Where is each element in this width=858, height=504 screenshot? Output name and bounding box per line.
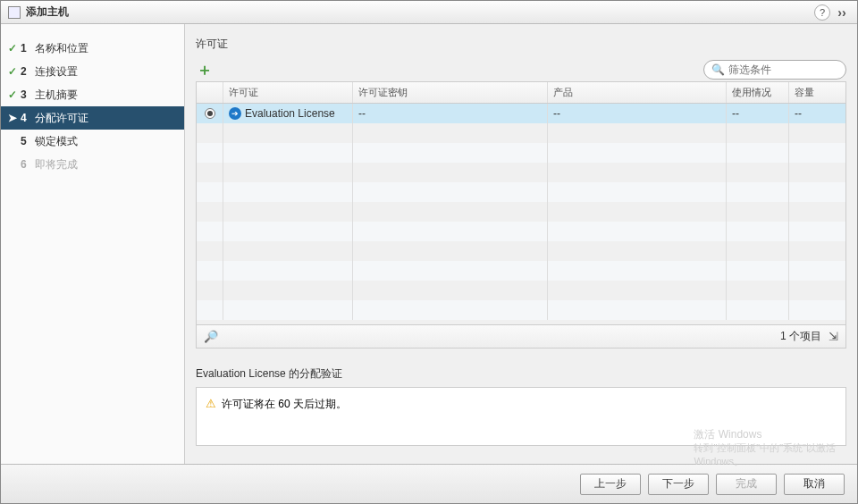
table-footer: 🔎 1 个项目 ⇲: [197, 324, 845, 348]
step-connection[interactable]: ✓ 2 连接设置: [1, 60, 184, 83]
table-header: 许可证 许可证密钥 产品 使用情况 容量: [197, 82, 845, 104]
col-license[interactable]: 许可证: [223, 82, 353, 103]
col-product[interactable]: 产品: [548, 82, 727, 103]
validation-message: 许可证将在 60 天后过期。: [222, 397, 347, 412]
step-ready: 6 即将完成: [1, 153, 184, 176]
validation-box: ⚠ 许可证将在 60 天后过期。: [196, 387, 846, 446]
table-row: [197, 123, 845, 143]
cancel-button[interactable]: 取消: [784, 474, 845, 495]
license-name: Evaluation License: [245, 107, 335, 120]
step-name-location[interactable]: ✓ 1 名称和位置: [1, 37, 184, 60]
add-license-button[interactable]: ＋: [196, 61, 214, 79]
table-row: [197, 182, 845, 202]
step-lockdown[interactable]: 5 锁定模式: [1, 130, 184, 153]
table-body: ➔Evaluation License -- -- -- --: [197, 104, 845, 324]
validation-section: Evaluation License 的分配验证 ⚠ 许可证将在 60 天后过期…: [196, 366, 846, 446]
row-radio[interactable]: [205, 108, 215, 119]
col-capacity[interactable]: 容量: [789, 82, 845, 103]
check-icon: ✓: [8, 65, 21, 78]
table-row[interactable]: ➔Evaluation License -- -- -- --: [197, 104, 845, 123]
table-row: [197, 261, 845, 281]
section-title: 许可证: [196, 37, 846, 52]
item-count: 1 个项目: [780, 329, 821, 344]
col-select: [197, 82, 223, 103]
host-icon: [8, 6, 21, 19]
search-icon: 🔍: [711, 63, 725, 76]
current-indicator-icon: ➤: [8, 112, 21, 124]
table-row: [197, 241, 845, 261]
titlebar: 添加主机 ? ››: [1, 1, 857, 24]
table-row: [197, 163, 845, 182]
filter-input[interactable]: [728, 63, 858, 76]
license-table: 许可证 许可证密钥 产品 使用情况 容量 ➔Evaluation License…: [196, 82, 846, 349]
find-icon[interactable]: 🔎: [204, 330, 218, 343]
check-icon: ✓: [8, 88, 21, 101]
check-icon: ✓: [8, 42, 21, 55]
wizard-footer: 激活 Windows 转到"控制面板"中的"系统"以激活 Windows。 上一…: [1, 464, 857, 503]
col-key[interactable]: 许可证密钥: [353, 82, 548, 103]
filter-box[interactable]: 🔍 ▼: [703, 60, 846, 80]
finish-button[interactable]: 完成: [716, 474, 777, 495]
step-assign-license[interactable]: ➤ 4 分配许可证: [1, 106, 184, 130]
export-icon[interactable]: ⇲: [829, 330, 838, 343]
window-title: 添加主机: [26, 4, 69, 20]
next-button[interactable]: 下一步: [648, 474, 709, 495]
add-host-wizard: 添加主机 ? ›› ✓ 1 名称和位置 ✓ 2 连接设置 ✓ 3 主机摘要 ➤: [0, 0, 858, 504]
warning-icon: ⚠: [206, 397, 216, 410]
license-toolbar: ＋ 🔍 ▼: [196, 57, 846, 82]
col-usage[interactable]: 使用情况: [727, 82, 789, 103]
arrow-right-icon: ➔: [229, 107, 241, 120]
help-icon[interactable]: ?: [814, 4, 830, 21]
table-row: [197, 281, 845, 300]
table-row: [197, 300, 845, 320]
wizard-steps: ✓ 1 名称和位置 ✓ 2 连接设置 ✓ 3 主机摘要 ➤ 4 分配许可证 5: [1, 24, 185, 464]
table-row: [197, 143, 845, 163]
expand-icon[interactable]: ››: [834, 4, 850, 21]
back-button[interactable]: 上一步: [580, 474, 641, 495]
table-row: [197, 222, 845, 241]
validation-title: Evaluation License 的分配验证: [196, 366, 846, 382]
main-panel: 许可证 ＋ 🔍 ▼ 许可证 许可证密钥 产品 使用情况 容量: [185, 24, 857, 464]
step-summary[interactable]: ✓ 3 主机摘要: [1, 83, 184, 106]
table-row: [197, 202, 845, 222]
